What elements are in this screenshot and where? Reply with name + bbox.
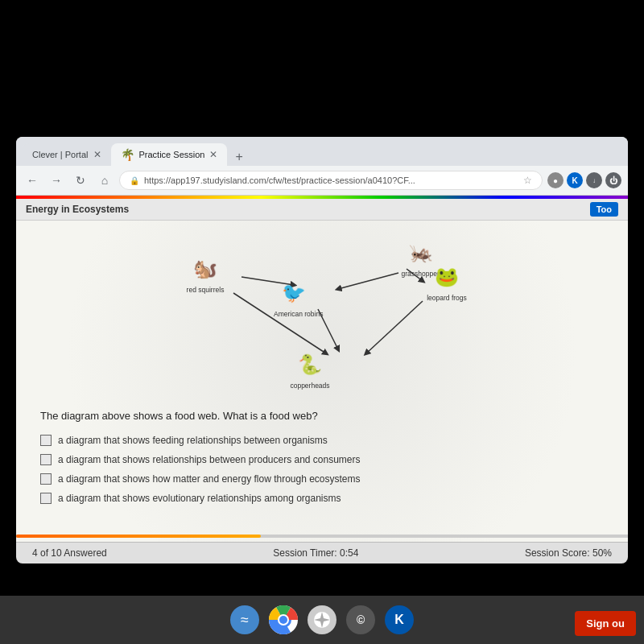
session-timer: Session Timer: 0:54 [273, 547, 358, 559]
page-title: Energy in Ecosystems [26, 204, 129, 215]
browser-actions: ● K ↓ ⏻ [547, 172, 621, 188]
tab-bar: Clever | Portal ✕ 🌴 Practice Session ✕ + [16, 137, 628, 166]
star-icon[interactable]: ☆ [523, 175, 532, 186]
taskbar-k-icon[interactable]: K [385, 605, 414, 634]
red-squirrels-label: red squirrels [185, 286, 225, 294]
answer-label-c: a diagram that shows how matter and ener… [58, 473, 361, 485]
session-score: Session Score: 50% [525, 547, 612, 559]
reload-button[interactable]: ↻ [71, 174, 90, 187]
copperheads-label: copperheads [290, 382, 330, 390]
screen-bezel: Clever | Portal ✕ 🌴 Practice Session ✕ +… [16, 137, 628, 564]
tab-close-icon[interactable]: ✕ [209, 149, 217, 160]
address-bar-row: ← → ↻ ⌂ 🔒 https://app197.studyisland.com… [16, 166, 628, 195]
tab-label: Practice Session [139, 150, 205, 159]
tab-favicon: 🌴 [121, 148, 134, 161]
taskbar-wavy-icon[interactable]: ≈ [230, 605, 259, 634]
answer-options: a diagram that shows feeding relationshi… [40, 435, 604, 504]
leopard-frogs-label: leopard frogs [427, 294, 467, 302]
download-icon[interactable]: ↓ [586, 172, 602, 188]
progress-bar-container [16, 535, 628, 538]
food-web-diagram: 🐿️ red squirrels 🦗 grasshoppers 🐦 Americ… [169, 237, 475, 398]
back-button[interactable]: ← [23, 174, 42, 187]
answer-label-a: a diagram that shows feeding relationshi… [58, 435, 328, 446]
checkbox-c[interactable] [40, 473, 52, 485]
lock-icon: 🔒 [130, 176, 139, 185]
question-text: The diagram above shows a food web. What… [40, 410, 604, 422]
svg-line-5 [338, 273, 398, 289]
main-content: 🐿️ red squirrels 🦗 grasshoppers 🐦 Americ… [16, 221, 628, 551]
svg-point-9 [279, 616, 287, 624]
taskbar-photos-icon[interactable] [308, 605, 336, 634]
answer-option-c[interactable]: a diagram that shows how matter and ener… [40, 473, 604, 485]
american-robins-label: American robins [274, 310, 323, 318]
home-button[interactable]: ⌂ [95, 174, 114, 187]
answer-label-b: a diagram that shows relationships betwe… [58, 454, 361, 465]
answer-option-d[interactable]: a diagram that shows evolutionary relati… [40, 493, 604, 504]
power-icon[interactable]: ⏻ [605, 172, 621, 188]
checkbox-d[interactable] [40, 493, 52, 504]
k-extension-icon[interactable]: K [567, 172, 583, 188]
browser-chrome: Clever | Portal ✕ 🌴 Practice Session ✕ +… [16, 137, 628, 196]
answered-count: 4 of 10 Answered [32, 547, 107, 559]
forward-button[interactable]: → [47, 174, 66, 187]
tools-button[interactable]: Too [590, 202, 618, 217]
taskbar-clever-icon[interactable]: © [346, 605, 375, 634]
animal-leopard-frogs: 🐸 leopard frogs [427, 261, 467, 302]
svg-line-3 [366, 301, 423, 353]
taskbar-chrome-icon[interactable] [269, 605, 298, 634]
tab-clever-portal[interactable]: Clever | Portal ✕ [23, 143, 111, 166]
animal-red-squirrels: 🐿️ red squirrels [185, 253, 225, 294]
checkbox-a[interactable] [40, 435, 52, 446]
address-bar[interactable]: 🔒 https://app197.studyisland.com/cfw/tes… [119, 171, 543, 190]
status-bar: 4 of 10 Answered Session Timer: 0:54 Ses… [16, 542, 628, 564]
sign-out-button[interactable]: Sign ou [575, 611, 636, 636]
extension-icon[interactable]: ● [547, 172, 564, 188]
page-header: Energy in Ecosystems Too [16, 199, 628, 221]
tab-label: Clever | Portal [32, 150, 89, 159]
progress-bar-fill [16, 535, 261, 538]
tab-practice-session[interactable]: 🌴 Practice Session ✕ [111, 143, 228, 166]
answer-label-d: a diagram that shows evolutionary relati… [58, 493, 341, 504]
answer-option-b[interactable]: a diagram that shows relationships betwe… [40, 454, 604, 465]
url-text: https://app197.studyisland.com/cfw/test/… [144, 175, 415, 185]
answer-option-a[interactable]: a diagram that shows feeding relationshi… [40, 435, 604, 446]
taskbar: ≈ © K Sign ou [0, 596, 644, 644]
tab-close-icon[interactable]: ✕ [93, 149, 101, 160]
animal-american-robins: 🐦 American robins [274, 277, 323, 318]
animal-copperheads: 🐍 copperheads [290, 349, 330, 390]
checkbox-b[interactable] [40, 454, 52, 465]
new-tab-button[interactable]: + [230, 148, 247, 166]
